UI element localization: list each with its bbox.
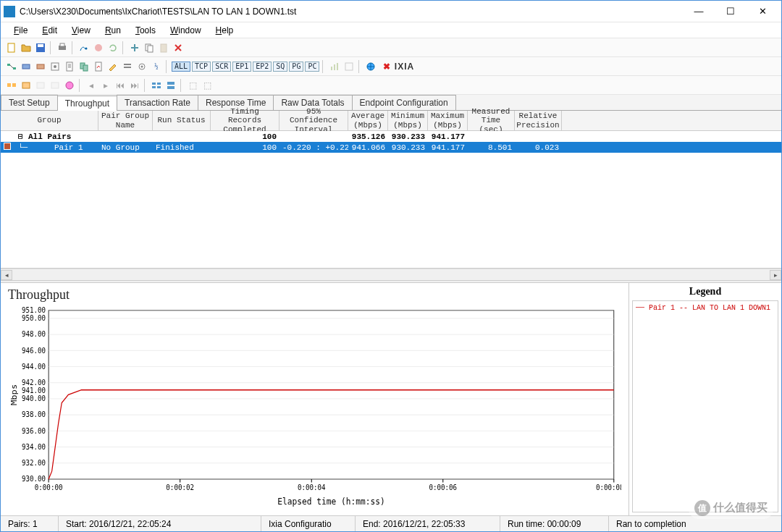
tab-endpoint-config[interactable]: Endpoint Configuration — [352, 95, 456, 110]
svg-rect-18 — [67, 62, 72, 71]
column-header[interactable]: Group — [1, 111, 98, 130]
filter-scr-button[interactable]: SCR — [212, 62, 231, 72]
settings-icon[interactable] — [135, 60, 148, 73]
svg-rect-39 — [152, 86, 156, 88]
column-header[interactable]: Maximum(Mbps) — [428, 111, 468, 130]
throughput-chart[interactable]: 930.00932.00934.00936.00938.00940.00942.… — [8, 304, 621, 511]
align-v-icon[interactable] — [164, 79, 177, 92]
report-icon[interactable] — [92, 60, 105, 73]
chart-icon[interactable] — [328, 60, 341, 73]
pair-row[interactable]: └─ Pair 1 No Group Finished 100 -0.220 :… — [1, 142, 781, 153]
result-grid[interactable]: ⊟ All Pairs 100 935.126 930.233 941.177 … — [1, 131, 781, 269]
column-header[interactable]: Run Status — [153, 111, 211, 130]
column-header[interactable]: Pair GroupName — [98, 111, 153, 130]
column-header[interactable]: Minimum(Mbps) — [388, 111, 428, 130]
filter-ep1-button[interactable]: EP1 — [232, 62, 251, 72]
script-icon[interactable] — [63, 60, 76, 73]
column-header[interactable]: 95% ConfidenceInterval — [279, 111, 348, 130]
clone-icon[interactable] — [77, 60, 91, 73]
filter-pc-button[interactable]: PC — [305, 62, 319, 72]
options-icon[interactable] — [121, 60, 134, 73]
svg-point-36 — [66, 82, 73, 89]
endpoint1-icon[interactable] — [20, 60, 33, 73]
menu-file[interactable]: File — [7, 24, 35, 37]
pair-icon — [4, 143, 11, 150]
new-icon[interactable] — [5, 41, 18, 54]
skip-fwd-icon[interactable]: ⏭ — [128, 79, 141, 92]
menu-view[interactable]: View — [64, 24, 98, 37]
tab-throughput[interactable]: Throughput — [57, 96, 117, 111]
svg-text:Mbps: Mbps — [9, 384, 19, 405]
globe-icon[interactable] — [364, 60, 377, 73]
column-header[interactable]: RelativePrecision — [515, 111, 562, 130]
legend-title: Legend — [629, 283, 781, 300]
column-header[interactable]: Average(Mbps) — [348, 111, 388, 130]
tab-test-setup[interactable]: Test Setup — [1, 95, 58, 110]
tab-transaction-rate[interactable]: Transaction Rate — [117, 95, 198, 110]
menu-help[interactable]: Help — [209, 24, 241, 37]
copy-icon[interactable] — [143, 41, 156, 54]
menu-window[interactable]: Window — [163, 24, 209, 37]
column-header[interactable]: Timing RecordsCompleted — [211, 111, 279, 130]
close-button[interactable]: ✕ — [747, 1, 778, 22]
save-icon[interactable] — [34, 41, 47, 54]
chart-area: Throughput 930.00932.00934.00936.00938.0… — [1, 283, 781, 515]
paste-icon[interactable] — [157, 41, 170, 54]
column-header[interactable]: MeasuredTime (sec) — [468, 111, 515, 130]
filter-pg-button[interactable]: PG — [289, 62, 303, 72]
legend-box[interactable]: ── Pair 1 -- LAN TO LAN 1 DOWN1 — [632, 300, 778, 512]
svg-text:0:00:08.6: 0:00:08.6 — [596, 484, 621, 491]
filter-tcp-button[interactable]: TCP — [192, 62, 211, 72]
sort-icon[interactable]: ½ — [150, 60, 163, 73]
status-end: End: 2016/12/21, 22:05:33 — [356, 516, 500, 531]
menu-run[interactable]: Run — [98, 24, 128, 37]
pair-icon[interactable] — [5, 60, 18, 73]
group-row[interactable]: ⊟ All Pairs 100 935.126 930.233 941.177 — [1, 131, 781, 142]
collapse-icon[interactable]: ⬚ — [201, 79, 214, 92]
svg-rect-33 — [22, 83, 30, 88]
scroll-right-icon[interactable]: ▸ — [770, 270, 781, 280]
status-runtime: Run time: 00:00:09 — [500, 516, 609, 531]
svg-text:0:00:00: 0:00:00 — [35, 484, 63, 491]
export-icon[interactable] — [342, 60, 356, 73]
menu-tools[interactable]: Tools — [128, 24, 163, 37]
svg-rect-2 — [38, 44, 43, 47]
svg-rect-40 — [157, 86, 161, 88]
group-add-icon[interactable] — [5, 79, 18, 92]
group-del-icon[interactable] — [34, 79, 47, 92]
svg-rect-8 — [131, 47, 138, 48]
group-opt-icon[interactable] — [49, 79, 62, 92]
add-icon[interactable] — [128, 41, 141, 54]
skip-back-icon[interactable]: ⏮ — [114, 79, 127, 92]
run-icon[interactable] — [77, 41, 91, 54]
expand-icon[interactable]: ⬚ — [186, 79, 199, 92]
status-pairs: Pairs: 1 — [1, 516, 59, 531]
delete-icon[interactable] — [172, 41, 185, 54]
menu-bar: File Edit View Run Tools Window Help — [1, 22, 781, 38]
filter-all-button[interactable]: ALL — [172, 62, 190, 72]
stop-icon[interactable] — [92, 41, 105, 54]
refresh-icon[interactable] — [106, 41, 119, 54]
svg-text:948.00: 948.00 — [22, 330, 46, 338]
palette-icon[interactable] — [63, 79, 76, 92]
group-edit-icon[interactable] — [20, 79, 33, 92]
align-h-icon[interactable] — [150, 79, 163, 92]
open-icon[interactable] — [20, 41, 33, 54]
menu-edit[interactable]: Edit — [35, 24, 64, 37]
app-window: C:\Users\X230\Documents\IxChariot\TESTS\… — [0, 0, 782, 532]
edit-icon[interactable] — [106, 60, 119, 73]
filter-sq-button[interactable]: SQ — [273, 62, 287, 72]
svg-point-17 — [54, 65, 56, 68]
minimize-button[interactable]: — — [683, 1, 715, 22]
endpoint2-icon[interactable] — [34, 60, 47, 73]
config-icon[interactable] — [49, 60, 62, 73]
step-back-icon[interactable]: ◂ — [85, 79, 98, 92]
grid-h-scrollbar[interactable]: ◂ ▸ — [1, 269, 781, 280]
svg-rect-26 — [331, 67, 332, 70]
filter-ep2-button[interactable]: EP2 — [253, 62, 272, 72]
svg-text:0:00:06: 0:00:06 — [429, 484, 457, 491]
scroll-left-icon[interactable]: ◂ — [1, 270, 12, 280]
step-fwd-icon[interactable]: ▸ — [99, 79, 112, 92]
maximize-button[interactable]: ☐ — [715, 1, 747, 22]
print-icon[interactable] — [56, 41, 69, 54]
